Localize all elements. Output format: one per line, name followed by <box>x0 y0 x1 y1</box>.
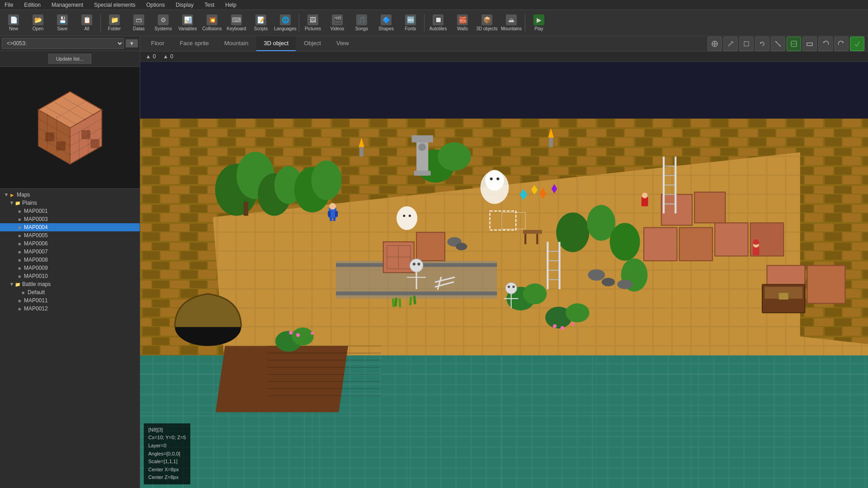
expand-maps-icon: ▼ <box>4 192 9 198</box>
tree-map0006[interactable]: ■ MAP0006 <box>0 239 140 248</box>
update-list-button[interactable]: Update list... <box>48 54 91 64</box>
tree-map0001-label: MAP0001 <box>24 208 48 214</box>
toolbar-fonts-label: Fonts <box>405 26 416 31</box>
toolbar-songs-btn[interactable]: 🎵 Songs <box>350 11 373 35</box>
tab-mountain[interactable]: Mountain <box>217 36 255 51</box>
svg-rect-119 <box>558 242 560 289</box>
tree-map0012[interactable]: ■ MAP0012 <box>0 305 140 313</box>
tree-map0007[interactable]: ■ MAP0007 <box>0 248 140 256</box>
tree-maps-root[interactable]: ▼ ▶ Maps <box>0 191 140 199</box>
toolbar-fonts-btn[interactable]: 🔤 Fonts <box>399 11 422 35</box>
tree-map0008[interactable]: ■ MAP0008 <box>0 256 140 264</box>
maps-root-folder-icon: ▶ <box>9 192 15 198</box>
tab-3dobject[interactable]: 3D object <box>256 36 296 51</box>
svg-point-140 <box>505 282 517 294</box>
toolbar-datas-btn[interactable]: 🗃 Datas <box>127 11 151 35</box>
map-selector-dropdown[interactable]: <>0053: <box>2 38 124 49</box>
svg-rect-152 <box>330 217 332 221</box>
map0001-icon: ■ <box>16 208 23 214</box>
map-selector-arrow[interactable]: ▼ <box>126 39 138 47</box>
toolbar-save-btn[interactable]: 💾 Save <box>51 11 74 35</box>
toolbar-shapes-btn[interactable]: 🔷 Shapes <box>374 11 398 35</box>
tool-erase-btn[interactable] <box>802 37 817 51</box>
tab-floor[interactable]: Floor <box>144 36 172 51</box>
svg-point-142 <box>512 286 514 288</box>
tool-rotate-btn[interactable] <box>755 37 769 51</box>
tool-cursor-btn[interactable] <box>708 37 722 51</box>
tab-view[interactable]: View <box>329 36 356 51</box>
toolbar-new-btn[interactable]: 📄 New <box>2 11 25 35</box>
tree-map0004[interactable]: ■ MAP0004 <box>0 223 140 231</box>
tool-confirm-btn[interactable] <box>850 37 864 51</box>
svg-rect-28 <box>744 42 749 46</box>
toolbar-all-btn[interactable]: 📋 All <box>75 11 99 35</box>
tool-pencil-btn[interactable] <box>723 37 738 51</box>
toolbar-scripts-btn[interactable]: 📝 Scripts <box>249 11 273 35</box>
tool-select-btn[interactable] <box>739 37 754 51</box>
toolbar-pictures-btn[interactable]: 🖼 Pictures <box>301 11 325 35</box>
tool-scale-btn[interactable] <box>771 37 785 51</box>
svg-point-135 <box>410 259 423 272</box>
tree-battlemaps-label: Battle maps <box>22 281 51 287</box>
map0006-icon: ■ <box>16 240 23 247</box>
tab-object[interactable]: Object <box>297 36 328 51</box>
toolbar-walls-btn[interactable]: 🧱 Walls <box>451 11 474 35</box>
tool-undo-btn[interactable] <box>818 37 833 51</box>
svg-point-110 <box>292 328 314 346</box>
toolbar-videos-btn[interactable]: 🎬 Videos <box>326 11 349 35</box>
tree-map0009[interactable]: ■ MAP0009 <box>0 264 140 272</box>
svg-rect-118 <box>547 242 548 289</box>
tree-map0003[interactable]: ■ MAP0003 <box>0 215 140 223</box>
arrow-up2-icon: ▲ <box>163 53 169 60</box>
tool-paint-btn[interactable] <box>787 37 801 51</box>
toolbar-languages-btn[interactable]: 🌐 Languages <box>274 11 297 35</box>
toolbar-mountains-btn[interactable]: ⛰ Mountains <box>500 11 523 35</box>
new-icon: 📄 <box>8 14 19 25</box>
toolbar-play-btn[interactable]: ▶ Play <box>527 11 551 35</box>
toolbar-keyboard-btn[interactable]: ⌨ Keyboard <box>225 11 248 35</box>
tree-map0006-label: MAP0006 <box>24 240 48 247</box>
systems-icon: ⚙ <box>158 14 169 25</box>
menu-edition[interactable]: Edition <box>21 1 43 9</box>
toolbar-collisions-btn[interactable]: 💥 Collisions <box>200 11 224 35</box>
tree-map0011[interactable]: ■ MAP0011 <box>0 296 140 305</box>
map-viewport[interactable]: [N8][3] Cx=10; Y=0; Z=5 Layer=0 Angles=[… <box>140 62 868 488</box>
map0009-icon: ■ <box>16 265 23 271</box>
toolbar-open-btn[interactable]: 📂 Open <box>26 11 50 35</box>
toolbar-autotiles-btn[interactable]: 🔲 Autotiles <box>426 11 450 35</box>
menu-help[interactable]: Help <box>222 1 239 9</box>
svg-rect-19 <box>57 141 66 150</box>
svg-rect-91 <box>807 266 845 304</box>
toolbar-autotiles-label: Autotiles <box>429 26 447 31</box>
menu-display[interactable]: Display <box>173 1 196 9</box>
toolbar-systems-btn[interactable]: ⚙ Systems <box>151 11 175 35</box>
toolbar-variables-btn[interactable]: 📊 Variables <box>176 11 199 35</box>
menu-test[interactable]: Test <box>202 1 217 9</box>
paint-icon <box>790 40 797 47</box>
fonts-icon: 🔤 <box>405 14 416 25</box>
toolbar-save-label: Save <box>57 26 68 31</box>
menu-file[interactable]: File <box>2 1 16 9</box>
tree-map0005[interactable]: ■ MAP0005 <box>0 231 140 239</box>
svg-point-98 <box>311 160 342 200</box>
menu-management[interactable]: Management <box>49 1 86 9</box>
svg-point-136 <box>413 263 415 265</box>
tree-plains-folder[interactable]: ▼ 📁 Plains <box>0 199 140 207</box>
tree-panel: ▼ ▶ Maps ▼ 📁 Plains ■ MAP0001 ■ MAP00 <box>0 189 140 488</box>
menu-options[interactable]: Options <box>143 1 167 9</box>
rotate-icon <box>759 40 766 47</box>
tree-map0001[interactable]: ■ MAP0001 <box>0 207 140 215</box>
menu-special-elements[interactable]: Special elements <box>91 1 138 9</box>
svg-rect-150 <box>328 211 330 217</box>
3dobjects-icon: 📦 <box>481 14 492 25</box>
map0003-icon: ■ <box>16 216 23 222</box>
svg-rect-188 <box>359 147 363 157</box>
tree-default-label: Default <box>28 289 45 296</box>
toolbar-3dobjects-btn[interactable]: 📦 3D objects <box>475 11 499 35</box>
toolbar-folder-btn[interactable]: 📁 Folder <box>103 11 126 35</box>
tool-redo-btn[interactable] <box>834 37 849 51</box>
tree-map0010[interactable]: ■ MAP0010 <box>0 272 140 280</box>
tree-default[interactable]: ■ Default <box>0 288 140 296</box>
tree-battlemaps-folder[interactable]: ▼ 📁 Battle maps <box>0 280 140 288</box>
tab-face-sprite[interactable]: Face sprite <box>173 36 216 51</box>
